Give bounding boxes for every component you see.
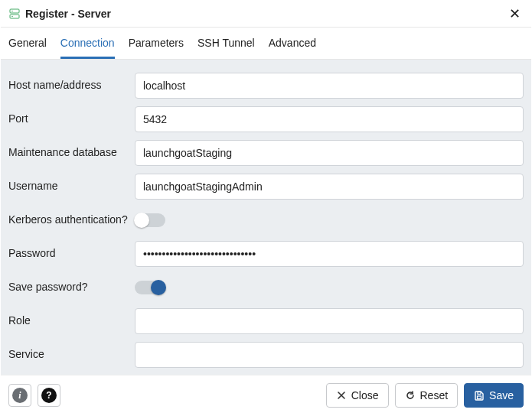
svg-rect-1 <box>10 15 19 18</box>
password-input[interactable] <box>135 241 524 267</box>
x-icon <box>336 390 347 401</box>
service-label: Service <box>8 344 135 364</box>
kerberos-label: Kerberos authentication? <box>8 210 135 229</box>
tabs: General Connection Parameters SSH Tunnel… <box>1 28 531 60</box>
kerberos-toggle[interactable] <box>135 213 165 227</box>
close-icon[interactable]: ✕ <box>506 5 524 22</box>
help-icon: ? <box>41 388 57 403</box>
role-input[interactable] <box>135 308 524 334</box>
savepw-label: Save password? <box>8 277 135 297</box>
maintdb-label: Maintenance database <box>8 142 135 162</box>
server-icon <box>8 8 21 20</box>
username-label: Username <box>8 176 135 196</box>
reset-button[interactable]: Reset <box>395 383 459 408</box>
close-button[interactable]: Close <box>326 383 389 408</box>
save-button-label: Save <box>489 389 514 401</box>
help-button[interactable]: ? <box>38 384 60 407</box>
footer: i ? Close Reset Save <box>1 375 531 415</box>
close-button-label: Close <box>351 389 379 401</box>
maintdb-input[interactable] <box>135 140 524 166</box>
svg-rect-0 <box>10 9 19 13</box>
save-icon <box>474 390 485 401</box>
tab-general[interactable]: General <box>8 28 47 59</box>
port-input[interactable] <box>135 106 524 132</box>
role-label: Role <box>8 310 135 330</box>
port-label: Port <box>8 109 135 128</box>
register-server-dialog: Register - Server ✕ General Connection P… <box>0 0 532 416</box>
svg-rect-5 <box>478 392 481 395</box>
reset-button-label: Reset <box>420 389 449 401</box>
info-icon: i <box>12 388 28 403</box>
info-button[interactable]: i <box>8 384 31 407</box>
tab-advanced[interactable]: Advanced <box>269 28 316 59</box>
form-content: Host name/address Port Maintenance datab… <box>1 60 531 375</box>
savepw-toggle[interactable] <box>135 281 165 294</box>
svg-point-2 <box>11 11 13 12</box>
tab-ssh-tunnel[interactable]: SSH Tunnel <box>197 28 255 59</box>
titlebar: Register - Server ✕ <box>1 1 531 28</box>
password-label: Password <box>8 243 135 263</box>
tab-parameters[interactable]: Parameters <box>129 28 184 59</box>
save-button[interactable]: Save <box>464 383 524 408</box>
reset-icon <box>405 390 416 401</box>
svg-rect-4 <box>478 396 481 399</box>
host-input[interactable] <box>135 73 524 99</box>
service-input[interactable] <box>135 342 524 368</box>
username-input[interactable] <box>135 174 524 200</box>
dialog-title: Register - Server <box>25 8 501 20</box>
svg-point-3 <box>11 16 13 18</box>
tab-connection[interactable]: Connection <box>60 28 115 59</box>
host-label: Host name/address <box>8 75 135 95</box>
